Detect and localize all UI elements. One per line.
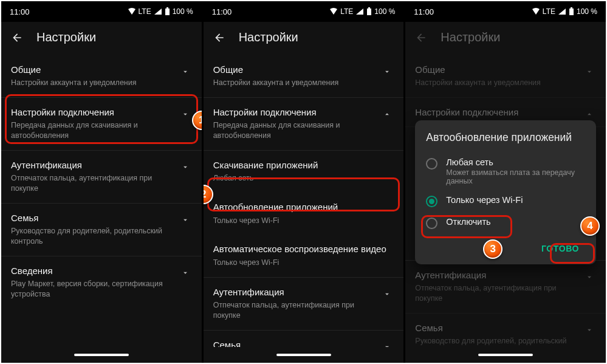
row-general[interactable]: ОбщиеНастройки аккаунта и уведомления	[1, 55, 202, 98]
row-subtitle: Настройки аккаунта и уведомления	[213, 78, 375, 88]
row-subtitle: Руководство для родителей, родительский …	[11, 226, 173, 247]
status-bar: 11:00 LTE 100 %	[1, 1, 202, 22]
status-time: 11:00	[10, 7, 30, 16]
battery-icon	[569, 7, 574, 16]
row-title: Семья	[213, 339, 375, 348]
status-lte: LTE	[340, 7, 353, 16]
signal-icon	[154, 8, 162, 15]
page-title: Настройки	[239, 30, 298, 44]
row-title: Аутентификация	[415, 269, 577, 281]
option-label: Любая сеть	[446, 157, 585, 167]
row-title: Настройки подключения	[11, 106, 173, 118]
nav-pill[interactable]	[74, 354, 129, 356]
row-title: Общие	[11, 64, 173, 76]
row-autoplay-video[interactable]: Автоматическое воспроизведение видеоТоль…	[204, 235, 404, 277]
settings-list: ОбщиеНастройки аккаунта и уведомления На…	[204, 55, 404, 347]
battery-icon	[366, 7, 372, 16]
option-any-network[interactable]: Любая сетьМожет взиматься плата за перед…	[426, 153, 585, 190]
row-title: Настройки подключения	[415, 106, 577, 118]
status-lte: LTE	[139, 7, 151, 16]
nav-bar	[204, 347, 404, 363]
row-authentication: АутентификацияОтпечаток пальца, аутентиф…	[405, 261, 606, 314]
status-bar: 11:00 LTE 100 %	[405, 1, 606, 22]
signal-icon	[355, 8, 364, 15]
svg-rect-5	[571, 7, 572, 9]
nav-pill[interactable]	[276, 354, 331, 356]
row-family: СемьяРуководство для родителей, родитель…	[405, 314, 606, 347]
option-disable[interactable]: Отключить	[426, 212, 585, 234]
chevron-down-icon	[583, 269, 596, 281]
status-time: 11:00	[212, 7, 232, 16]
row-subtitle: Передача данных для скачивания и автообн…	[11, 120, 173, 141]
option-sub: Может взиматься плата за передачу данных	[446, 168, 585, 185]
svg-rect-2	[367, 9, 371, 15]
back-arrow-icon[interactable]	[213, 32, 225, 44]
row-authentication[interactable]: АутентификацияОтпечаток пальца, аутентиф…	[204, 278, 404, 331]
row-subtitle: Play Маркет, версия сборки, сертификация…	[11, 279, 173, 300]
row-title: Аутентификация	[11, 159, 173, 171]
wifi-icon	[329, 8, 338, 15]
row-subtitle: Только через Wi-Fi	[213, 216, 394, 226]
chevron-down-icon	[380, 339, 394, 348]
status-bar: 11:00 LTE 100 %	[204, 1, 404, 22]
row-general[interactable]: ОбщиеНастройки аккаунта и уведомления	[204, 55, 404, 98]
row-title: Сведения	[11, 265, 173, 277]
status-right: LTE 100 %	[128, 7, 193, 16]
row-connection-settings[interactable]: Настройки подключенияПередача данных для…	[1, 98, 202, 151]
battery-icon	[165, 7, 170, 16]
option-wifi-only[interactable]: Только через Wi-Fi	[426, 190, 585, 212]
status-right: LTE 100 %	[532, 7, 597, 16]
status-battery: 100 %	[374, 7, 395, 16]
signal-icon	[558, 8, 566, 15]
chevron-down-icon	[380, 286, 394, 298]
status-battery: 100 %	[173, 7, 193, 16]
nav-bar	[1, 347, 202, 363]
svg-rect-4	[569, 9, 574, 15]
app-bar: Настройки	[204, 22, 404, 55]
row-family[interactable]: СемьяРуководство для родителей, родитель…	[1, 204, 202, 256]
chevron-down-icon	[380, 64, 394, 76]
radio-icon	[426, 196, 437, 207]
chevron-up-icon	[380, 106, 394, 118]
row-authentication[interactable]: АутентификацияОтпечаток пальца, аутентиф…	[1, 151, 202, 204]
row-title: Автоматическое воспроизведение видео	[213, 243, 394, 255]
svg-rect-0	[165, 9, 170, 15]
row-subtitle: Настройки аккаунта и уведомления	[415, 78, 577, 88]
settings-list: ОбщиеНастройки аккаунта и уведомления На…	[1, 55, 202, 347]
row-subtitle: Отпечаток пальца, аутентификация при пок…	[415, 283, 577, 304]
status-right: LTE 100 %	[329, 7, 395, 16]
row-auto-update-apps[interactable]: Автообновление приложенийТолько через Wi…	[204, 193, 404, 235]
row-title: Аутентификация	[213, 286, 375, 298]
done-button[interactable]: ГОТОВО	[535, 239, 585, 258]
row-title: Скачивание приложений	[213, 159, 394, 171]
page-title: Настройки	[36, 30, 96, 44]
row-connection-settings[interactable]: Настройки подключенияПередача данных для…	[204, 98, 404, 151]
chevron-up-icon	[583, 106, 596, 118]
auto-update-dialog: Автообновление приложений Любая сетьМоже…	[415, 120, 596, 264]
radio-icon	[426, 158, 437, 170]
dialog-title: Автообновление приложений	[426, 131, 585, 144]
chevron-down-icon	[179, 64, 192, 76]
row-title: Семья	[11, 212, 173, 224]
row-title: Настройки подключения	[213, 106, 375, 118]
chevron-down-icon	[179, 265, 192, 277]
wifi-icon	[128, 8, 136, 15]
chevron-down-icon	[583, 322, 596, 334]
radio-icon	[426, 218, 437, 229]
option-label: Отключить	[446, 217, 490, 227]
row-subtitle: Передача данных для скачивания и автообн…	[213, 120, 375, 141]
chevron-down-icon	[179, 212, 192, 224]
nav-pill[interactable]	[478, 354, 533, 356]
back-arrow-icon[interactable]	[415, 32, 427, 44]
row-general: ОбщиеНастройки аккаунта и уведомления	[405, 55, 606, 98]
row-download-apps[interactable]: Скачивание приложенийЛюбая сеть	[204, 151, 404, 193]
nav-bar	[405, 347, 606, 363]
row-about[interactable]: СведенияPlay Маркет, версия сборки, серт…	[1, 256, 202, 309]
row-title: Автообновление приложений	[213, 201, 394, 213]
phone-screen-1: 11:00 LTE 100 % Настройки ОбщиеНастройки…	[1, 1, 202, 363]
phone-screen-3: 11:00 LTE 100 % Настройки ОбщиеНастройки…	[405, 1, 606, 363]
back-arrow-icon[interactable]	[11, 32, 23, 44]
row-subtitle: Руководство для родителей, родительский …	[415, 336, 577, 347]
row-family[interactable]: СемьяРуководство для родителей, родитель…	[204, 331, 404, 348]
app-bar: Настройки	[1, 22, 202, 55]
